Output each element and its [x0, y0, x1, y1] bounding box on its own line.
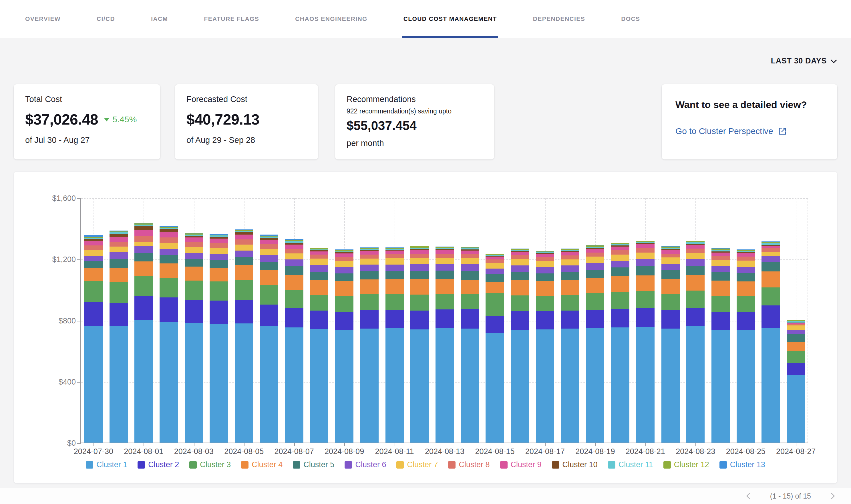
bar-segment-cluster-6[interactable]	[561, 266, 579, 272]
bar-segment-cluster-1[interactable]	[736, 330, 755, 443]
bar-segment-cluster-9[interactable]	[435, 250, 454, 254]
bar-segment-cluster-4[interactable]	[410, 279, 429, 294]
legend-item-cluster-9[interactable]: Cluster 9	[500, 460, 542, 469]
bar-segment-cluster-10[interactable]	[134, 226, 153, 230]
bar-segment-cluster-1[interactable]	[310, 329, 328, 443]
bar-segment-cluster-4[interactable]	[686, 275, 705, 291]
bar-segment-cluster-4[interactable]	[536, 281, 554, 296]
legend-item-cluster-3[interactable]: Cluster 3	[189, 460, 231, 469]
bar-segment-cluster-4[interactable]	[586, 278, 604, 293]
bar-segment-cluster-1[interactable]	[586, 328, 604, 443]
bar-segment-cluster-3[interactable]	[235, 280, 253, 300]
bar-segment-cluster-8[interactable]	[762, 248, 780, 252]
bar-segment-cluster-8[interactable]	[686, 249, 705, 253]
tab-docs[interactable]: DOCS	[621, 0, 640, 38]
bar-segment-cluster-11[interactable]	[762, 243, 780, 245]
bar-segment-cluster-6[interactable]	[410, 264, 429, 271]
bar-segment-cluster-5[interactable]	[511, 272, 529, 280]
bar-segment-cluster-1[interactable]	[486, 333, 504, 443]
bar-segment-cluster-9[interactable]	[335, 253, 353, 257]
bar-segment-cluster-6[interactable]	[762, 256, 780, 262]
bar-segment-cluster-9[interactable]	[711, 253, 730, 256]
bar-segment-cluster-3[interactable]	[787, 351, 805, 363]
bar-segment-cluster-7[interactable]	[134, 242, 153, 246]
bar-segment-cluster-10[interactable]	[109, 234, 128, 237]
bar-segment-cluster-13[interactable]	[84, 235, 103, 237]
bar-segment-cluster-7[interactable]	[511, 259, 529, 265]
bar-segment-cluster-8[interactable]	[109, 242, 128, 247]
bar-segment-cluster-7[interactable]	[410, 258, 429, 264]
bar-segment-cluster-7[interactable]	[235, 245, 253, 251]
bar-segment-cluster-8[interactable]	[134, 236, 153, 242]
bar-segment-cluster-8[interactable]	[586, 253, 604, 256]
bar-segment-cluster-8[interactable]	[611, 250, 629, 255]
bar-segment-cluster-5[interactable]	[385, 271, 404, 279]
bar-2024-08-18[interactable]	[561, 249, 579, 443]
bar-segment-cluster-2[interactable]	[385, 310, 404, 328]
bar-segment-cluster-8[interactable]	[84, 246, 103, 251]
bar-segment-cluster-8[interactable]	[536, 257, 554, 260]
bar-segment-cluster-4[interactable]	[335, 281, 353, 296]
bar-segment-cluster-6[interactable]	[787, 330, 805, 334]
bar-segment-cluster-2[interactable]	[134, 296, 153, 320]
bar-segment-cluster-3[interactable]	[586, 293, 604, 310]
bar-segment-cluster-9[interactable]	[134, 230, 153, 236]
bar-segment-cluster-1[interactable]	[636, 327, 655, 443]
bar-segment-cluster-4[interactable]	[260, 270, 278, 285]
bar-segment-cluster-5[interactable]	[285, 266, 303, 275]
bar-segment-cluster-9[interactable]	[762, 246, 780, 248]
bar-segment-cluster-6[interactable]	[335, 267, 353, 273]
bar-segment-cluster-9[interactable]	[561, 252, 579, 255]
bar-segment-cluster-3[interactable]	[611, 292, 629, 309]
bar-segment-cluster-2[interactable]	[461, 309, 479, 328]
bar-segment-cluster-7[interactable]	[435, 258, 454, 264]
bar-segment-cluster-2[interactable]	[661, 310, 680, 328]
bar-segment-cluster-4[interactable]	[285, 275, 303, 290]
bar-segment-cluster-3[interactable]	[285, 290, 303, 308]
bar-segment-cluster-4[interactable]	[84, 268, 103, 281]
bar-segment-cluster-7[interactable]	[84, 250, 103, 255]
bar-segment-cluster-9[interactable]	[461, 251, 479, 254]
bar-segment-cluster-5[interactable]	[310, 272, 328, 280]
bar-segment-cluster-7[interactable]	[586, 256, 604, 263]
bar-segment-cluster-1[interactable]	[385, 328, 404, 443]
bar-segment-cluster-6[interactable]	[636, 259, 655, 266]
bar-segment-cluster-9[interactable]	[160, 232, 178, 237]
bar-2024-08-05[interactable]	[235, 230, 253, 443]
bar-segment-cluster-4[interactable]	[711, 281, 730, 295]
bar-segment-cluster-7[interactable]	[160, 243, 178, 249]
date-range-selector[interactable]: LAST 30 DAYS	[771, 57, 837, 66]
bar-segment-cluster-3[interactable]	[260, 285, 278, 305]
bar-segment-cluster-6[interactable]	[661, 264, 680, 271]
bar-2024-08-01[interactable]	[134, 223, 153, 443]
legend-item-cluster-2[interactable]: Cluster 2	[138, 460, 179, 469]
bar-segment-cluster-6[interactable]	[736, 267, 755, 273]
bar-2024-08-14[interactable]	[461, 247, 479, 443]
bar-segment-cluster-8[interactable]	[210, 243, 228, 248]
bar-segment-cluster-8[interactable]	[711, 256, 730, 260]
bar-segment-cluster-8[interactable]	[736, 256, 755, 260]
bar-segment-cluster-6[interactable]	[486, 269, 504, 274]
bar-segment-cluster-2[interactable]	[260, 305, 278, 326]
legend-item-cluster-7[interactable]: Cluster 7	[396, 460, 438, 469]
bar-segment-cluster-3[interactable]	[511, 295, 529, 311]
bar-segment-cluster-1[interactable]	[536, 329, 554, 443]
bar-2024-08-22[interactable]	[661, 246, 680, 443]
bar-segment-cluster-8[interactable]	[360, 255, 379, 258]
bar-segment-cluster-6[interactable]	[385, 265, 404, 271]
bar-2024-08-08[interactable]	[310, 248, 328, 443]
bar-segment-cluster-2[interactable]	[435, 309, 454, 328]
bar-segment-cluster-8[interactable]	[160, 237, 178, 243]
bar-2024-08-23[interactable]	[686, 241, 705, 443]
bar-segment-cluster-3[interactable]	[84, 281, 103, 302]
bar-segment-cluster-2[interactable]	[561, 310, 579, 328]
bar-segment-cluster-9[interactable]	[536, 254, 554, 257]
bar-segment-cluster-1[interactable]	[210, 324, 228, 443]
bar-segment-cluster-5[interactable]	[686, 266, 705, 275]
bar-segment-cluster-4[interactable]	[561, 280, 579, 295]
bar-segment-cluster-7[interactable]	[711, 260, 730, 266]
bar-2024-08-15[interactable]	[486, 254, 504, 443]
bar-segment-cluster-2[interactable]	[210, 301, 228, 324]
legend-item-cluster-12[interactable]: Cluster 12	[663, 460, 709, 469]
tab-iacm[interactable]: IACM	[151, 0, 168, 38]
